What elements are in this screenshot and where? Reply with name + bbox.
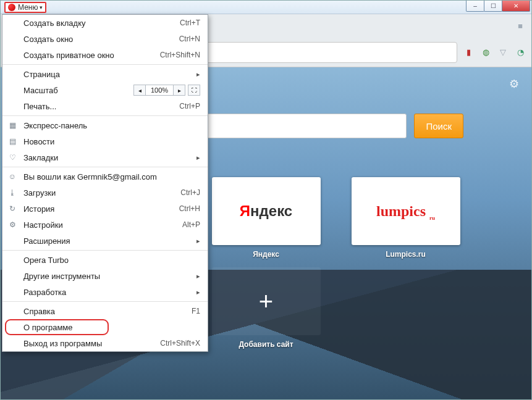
- menu-help[interactable]: Справка F1: [2, 303, 208, 319]
- menu-zoom: Масштаб ◂ 100% ▸ ⛶: [2, 82, 208, 98]
- zoom-fullscreen-button[interactable]: ⛶: [188, 85, 200, 96]
- battery-saver-icon[interactable]: ◔: [514, 46, 526, 59]
- plus-icon: +: [259, 288, 273, 315]
- yandex-logo: Яндекс: [240, 202, 292, 220]
- user-icon: ☺: [7, 172, 17, 181]
- tile-add-site[interactable]: + Добавить сайт: [212, 267, 321, 335]
- menu-developer[interactable]: Разработка ▸: [2, 284, 208, 300]
- menu-button-area: Меню ▾: [1, 1, 50, 14]
- opera-menu-button[interactable]: Меню ▾: [4, 2, 46, 13]
- tile-caption: Добавить сайт: [212, 340, 321, 349]
- menu-new-window[interactable]: Создать окно Ctrl+N: [2, 31, 208, 47]
- opera-main-menu: Создать вкладку Ctrl+T Создать окно Ctrl…: [2, 14, 208, 352]
- menu-signed-in[interactable]: ☺ Вы вошли как Germnik5@gmail.com: [2, 169, 208, 185]
- window-maximize-button[interactable]: ☐: [484, 1, 502, 12]
- tile-caption: Яндекс: [212, 250, 321, 259]
- vpn-globe-icon[interactable]: ◍: [479, 46, 492, 59]
- menu-opera-turbo[interactable]: Opera Turbo: [2, 252, 208, 268]
- news-icon: ▤: [7, 136, 17, 146]
- chevron-right-icon: ▸: [196, 70, 200, 78]
- window-close-button[interactable]: ✕: [502, 1, 530, 12]
- adblock-shield-icon[interactable]: ▽: [497, 46, 509, 59]
- menu-downloads[interactable]: ⭳ Загрузки Ctrl+J: [2, 185, 208, 201]
- zoom-in-button[interactable]: ▸: [173, 85, 185, 96]
- zoom-value: 100%: [146, 85, 173, 96]
- lumpics-logo: lumpics ru: [376, 203, 435, 220]
- menu-print[interactable]: Печать... Ctrl+P: [2, 98, 208, 114]
- heart-icon: ♡: [7, 152, 17, 162]
- os-titlebar: – ☐ ✕: [1, 1, 531, 14]
- tile-caption: Lumpics.ru: [352, 250, 460, 259]
- tab-menu-icon[interactable]: ≡: [514, 20, 526, 32]
- menu-history[interactable]: ↻ История Ctrl+H: [2, 201, 208, 217]
- speed-dial-search-button[interactable]: Поиск: [414, 114, 463, 138]
- menu-speed-dial[interactable]: ▦ Экспресс-панель: [2, 117, 208, 133]
- window-minimize-button[interactable]: –: [466, 1, 484, 12]
- menu-exit[interactable]: Выход из программы Ctrl+Shift+X: [2, 335, 208, 351]
- chevron-right-icon: ▸: [196, 288, 200, 296]
- menu-news[interactable]: ▤ Новости: [2, 133, 208, 149]
- chevron-right-icon: ▸: [196, 237, 200, 245]
- tile-lumpics[interactable]: lumpics ru Lumpics.ru: [352, 177, 460, 245]
- speed-dial-settings-icon[interactable]: ⚙: [509, 77, 519, 91]
- bookmark-bar-icon[interactable]: ▮: [462, 46, 475, 59]
- menu-new-private-window[interactable]: Создать приватное окно Ctrl+Shift+N: [2, 47, 208, 63]
- history-icon: ↻: [7, 204, 17, 214]
- chevron-down-icon: ▾: [40, 4, 43, 10]
- menu-extensions[interactable]: Расширения ▸: [2, 233, 208, 249]
- menu-about[interactable]: О программе: [2, 319, 208, 335]
- menu-settings[interactable]: ⚙ Настройки Alt+P: [2, 217, 208, 233]
- zoom-out-button[interactable]: ◂: [133, 85, 146, 96]
- menu-other-tools[interactable]: Другие инструменты ▸: [2, 268, 208, 284]
- browser-window: – ☐ ✕ Меню ▾ ≡ или веб-адрес ▮ ◍ ▽ ◔ ⚙ и…: [0, 0, 532, 400]
- opera-logo-icon: [8, 4, 15, 11]
- gear-icon: ⚙: [7, 220, 17, 230]
- chevron-right-icon: ▸: [196, 154, 200, 162]
- download-icon: ⭳: [7, 188, 17, 198]
- tile-yandex[interactable]: Яндекс Яндекс: [212, 177, 321, 245]
- menu-bookmarks[interactable]: ♡ Закладки ▸: [2, 149, 208, 165]
- menu-page[interactable]: Страница ▸: [2, 66, 208, 82]
- chevron-right-icon: ▸: [196, 272, 200, 280]
- grid-icon: ▦: [7, 120, 17, 130]
- menu-button-label: Меню: [18, 3, 38, 12]
- menu-new-tab[interactable]: Создать вкладку Ctrl+T: [2, 15, 208, 31]
- search-button-label: Поиск: [426, 121, 452, 131]
